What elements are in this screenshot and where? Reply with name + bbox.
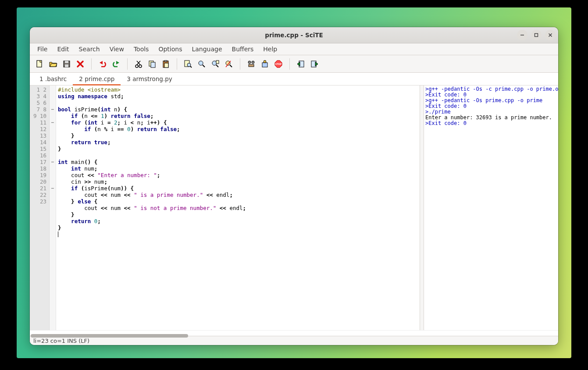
stop-icon[interactable]: STOP [273, 59, 284, 69]
redo-icon[interactable] [111, 59, 121, 69]
fold-marker[interactable] [50, 86, 56, 93]
prev-icon[interactable] [296, 59, 306, 69]
menu-buffers[interactable]: Buffers [227, 44, 259, 54]
fold-marker[interactable]: − [50, 185, 56, 192]
fold-marker[interactable] [50, 224, 56, 231]
menubar: FileEditSearchViewToolsOptionsLanguageBu… [30, 43, 558, 55]
svg-rect-7 [65, 64, 68, 67]
fold-marker[interactable]: − [50, 159, 56, 165]
fold-marker[interactable] [50, 211, 56, 218]
toolbar: STOP [30, 55, 558, 73]
svg-rect-1 [535, 34, 538, 37]
splitter[interactable] [420, 85, 424, 330]
horizontal-scrollbar[interactable] [30, 330, 558, 336]
find-icon[interactable] [183, 59, 193, 69]
menu-language[interactable]: Language [187, 44, 227, 54]
minimize-button[interactable] [517, 30, 527, 40]
fold-marker[interactable] [50, 100, 56, 106]
menu-help[interactable]: Help [258, 44, 282, 54]
content-area: 1 2 3 4 5 6 7 8 9 10 11 12 13 14 15 16 1… [30, 85, 558, 330]
svg-marker-11 [116, 61, 119, 64]
fold-marker[interactable]: − [50, 119, 56, 126]
svg-rect-6 [65, 61, 68, 63]
svg-rect-35 [262, 63, 267, 67]
editor-pane: 1 2 3 4 5 6 7 8 9 10 11 12 13 14 15 16 1… [30, 85, 420, 330]
window-controls [517, 30, 556, 40]
svg-point-22 [187, 63, 191, 67]
close-button[interactable] [545, 30, 556, 40]
fold-marker[interactable] [50, 218, 56, 224]
svg-rect-4 [37, 60, 42, 67]
svg-point-13 [139, 65, 142, 68]
goto-icon[interactable] [246, 59, 257, 69]
fold-marker[interactable] [50, 146, 56, 152]
toolbar-separator [177, 58, 177, 70]
svg-point-24 [199, 61, 203, 65]
menu-search[interactable]: Search [74, 44, 105, 54]
titlebar[interactable]: prime.cpp - SciTE [30, 27, 558, 43]
menu-options[interactable]: Options [153, 44, 187, 54]
toolbar-separator [240, 58, 240, 70]
svg-point-33 [252, 61, 254, 64]
tab[interactable]: 2 prime.cpp [73, 73, 121, 85]
fold-marker[interactable] [50, 165, 56, 172]
close-icon[interactable] [75, 59, 86, 69]
replace-icon[interactable] [224, 59, 234, 69]
fold-marker[interactable]: − [50, 106, 56, 113]
status-text: li=23 co=1 INS (LF) [33, 338, 89, 344]
fold-margin[interactable]: −−−− [50, 85, 56, 330]
menu-view[interactable]: View [105, 44, 129, 54]
fold-marker[interactable] [50, 178, 56, 185]
svg-point-12 [135, 65, 138, 68]
fold-marker[interactable] [50, 152, 56, 159]
maximize-button[interactable] [531, 30, 542, 40]
svg-line-25 [203, 65, 205, 67]
tab[interactable]: 3 armstrong.py [121, 73, 178, 85]
tabbar: 1 .bashrc2 prime.cpp3 armstrong.py [30, 73, 558, 85]
svg-rect-17 [151, 62, 155, 68]
fold-marker[interactable] [50, 192, 56, 198]
toolbar-separator [289, 58, 290, 70]
toolbar-separator [127, 58, 128, 70]
svg-marker-10 [100, 61, 103, 64]
svg-rect-20 [164, 63, 168, 68]
fold-marker[interactable] [50, 139, 56, 146]
svg-rect-34 [249, 64, 254, 67]
svg-rect-19 [164, 60, 167, 62]
svg-line-27 [216, 65, 218, 67]
new-icon[interactable] [34, 59, 45, 69]
fold-marker[interactable] [50, 113, 56, 119]
undo-icon[interactable] [97, 59, 108, 69]
compile-icon[interactable] [260, 59, 270, 69]
findnext-icon[interactable] [196, 59, 207, 69]
save-icon[interactable] [61, 59, 72, 69]
paste-icon[interactable] [160, 59, 171, 69]
findfiles-icon[interactable] [210, 59, 221, 69]
svg-line-23 [190, 66, 192, 68]
svg-point-32 [248, 61, 251, 64]
window-title: prime.cpp - SciTE [265, 32, 323, 39]
next-icon[interactable] [309, 59, 320, 69]
code-editor[interactable]: #include <iostream> using namespace std;… [56, 85, 420, 330]
fold-marker[interactable] [50, 198, 56, 205]
menu-edit[interactable]: Edit [52, 44, 74, 54]
output-pane[interactable]: >g++ -pedantic -Os -c prime.cpp -o prime… [424, 85, 558, 330]
svg-line-30 [230, 65, 232, 67]
toolbar-separator [91, 58, 92, 70]
fold-marker[interactable] [50, 205, 56, 211]
tab[interactable]: 1 .bashrc [33, 73, 73, 85]
fold-marker[interactable] [50, 231, 56, 238]
svg-text:STOP: STOP [275, 63, 282, 65]
fold-marker[interactable] [50, 93, 56, 100]
fold-marker[interactable] [50, 126, 56, 132]
fold-marker[interactable] [50, 172, 56, 178]
menu-file[interactable]: File [32, 44, 52, 54]
menu-tools[interactable]: Tools [129, 44, 154, 54]
open-icon[interactable] [48, 59, 58, 69]
cut-icon[interactable] [133, 59, 144, 69]
desktop-wallpaper: prime.cpp - SciTE FileEditSearchViewTool… [17, 7, 571, 358]
line-number-gutter: 1 2 3 4 5 6 7 8 9 10 11 12 13 14 15 16 1… [30, 85, 50, 330]
copy-icon[interactable] [147, 59, 157, 69]
svg-rect-28 [216, 60, 219, 64]
fold-marker[interactable] [50, 132, 56, 139]
